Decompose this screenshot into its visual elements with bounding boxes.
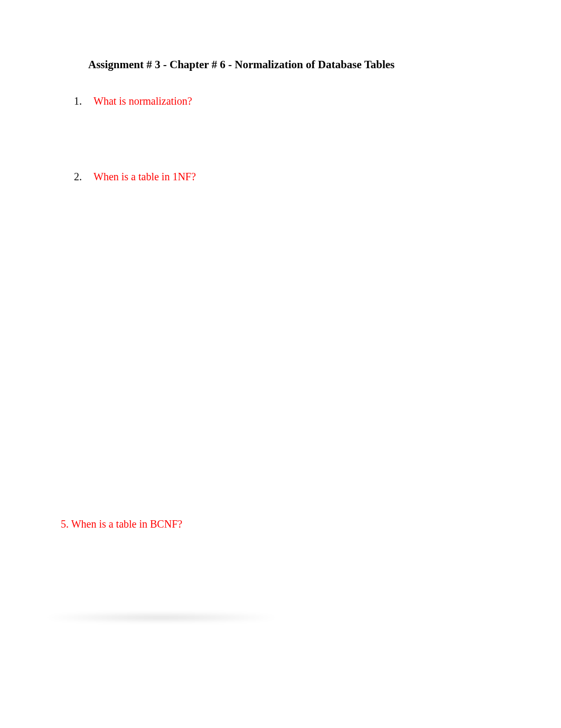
page-title: Assignment # 3 - Chapter # 6 - Normaliza… [88, 58, 500, 71]
question-item-2: 2. When is a table in 1NF? [61, 171, 500, 183]
question-text: What is normalization? [94, 95, 192, 107]
question-item-1: 1. What is normalization? [61, 95, 500, 107]
document-page: Assignment # 3 - Chapter # 6 - Normaliza… [0, 0, 561, 728]
question-number: 1. [74, 95, 82, 107]
question-number: 2. [74, 171, 82, 183]
question-item-5: 5. When is a table in BCNF? [61, 518, 182, 530]
question-text: When is a table in 1NF? [94, 171, 196, 182]
question-text: 5. When is a table in BCNF? [61, 518, 182, 530]
page-shadow [48, 613, 275, 622]
